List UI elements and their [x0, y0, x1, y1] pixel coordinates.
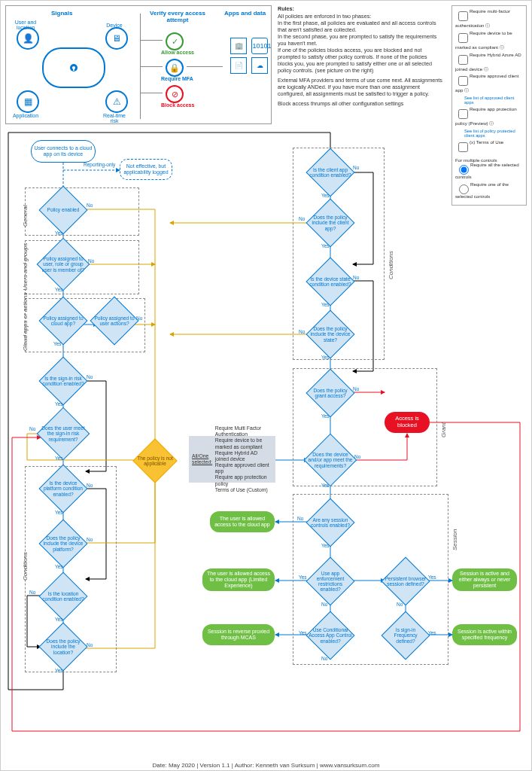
label-cond2: Conditions [388, 251, 394, 279]
node-client-app: Is the client app condition enabled? [313, 155, 348, 190]
edge-no: No [87, 642, 93, 648]
connector [140, 66, 163, 67]
node-not-applicable: The policy is not applicable [139, 445, 171, 477]
label-caa: Cloud apps or actions [22, 293, 29, 351]
edge-no: No [321, 602, 327, 607]
cloud-icon [42, 47, 105, 88]
node-app-enforce: Use app enforcement restrictions enabled… [313, 564, 348, 599]
rules-title: Rules: [278, 5, 443, 12]
node-user-assigned: Policy assigned to user, role or group u… [44, 245, 82, 283]
node-location: Is the location condition enabled? [46, 579, 81, 614]
edge-yes: Yes [55, 564, 63, 569]
svg-rect-2 [73, 68, 74, 71]
header-diagram: Signals Verify every access attempt Apps… [5, 5, 272, 124]
edge-no: No [87, 483, 93, 488]
edge-no: No [87, 203, 93, 208]
edge-yes: Yes [299, 574, 307, 580]
node-requirements-note: All/One selected:Require Multi Factor Au… [189, 436, 275, 483]
edge-no: No [353, 165, 359, 170]
edge-yes: Yes [321, 543, 330, 548]
label-ug: Users and groups [22, 243, 29, 291]
edge-no: No [297, 516, 303, 521]
node-cloud-app: Policy assigned to cloud app? [46, 303, 81, 338]
hdr-verify: Verify every access attempt [147, 10, 208, 23]
realtime-label: Real-time risk [99, 113, 129, 123]
doc-icon: 📄 [230, 57, 247, 74]
edge-no: No [29, 590, 35, 595]
node-allowed: The user is allowed access to the cloud … [210, 511, 275, 532]
edge-yes: Yes [55, 456, 63, 461]
block-label: Block access [161, 102, 194, 108]
chk-hybrid[interactable]: Require Hybrid Azure AD joined device ⓘ [455, 53, 523, 72]
edge-yes: Yes [321, 355, 330, 360]
edge-no: No [87, 374, 93, 379]
edge-no: No [397, 602, 403, 607]
node-user-actions: Policy assigned to user actions? [97, 303, 132, 338]
edge-no: No [353, 386, 359, 392]
rules-p5: External MFA providers and terms of use … [278, 77, 443, 97]
rules-text: Rules: All policies are enforced in two … [278, 5, 443, 107]
connector [140, 93, 163, 93]
user-location-label: User and location [11, 20, 41, 30]
chk-compliant[interactable]: Require device to be marked as compliant… [455, 31, 523, 50]
chk-app-protection[interactable]: Require app protection policy (Preview) … [455, 107, 523, 126]
edge-no: No [136, 315, 142, 321]
chk-approved-app[interactable]: Require approved client app ⓘ [455, 74, 523, 93]
node-grant-access: Does the policy grant access? [313, 376, 348, 410]
node-signin-risk: Is the sign-in risk condition enabled? [46, 364, 81, 398]
device-icon: 🖥 [105, 27, 128, 50]
edge-yes: Yes [321, 483, 330, 488]
hdr-signals: Signals [51, 10, 72, 17]
edge-yes: Yes [299, 630, 307, 635]
rules-p1: All policies are enforced in two phases: [278, 13, 443, 20]
edge-yes: Yes [55, 510, 63, 515]
connector [140, 40, 163, 41]
allow-label: Allow access [161, 50, 194, 55]
node-meet-req: Does the device and/or app meet the requ… [312, 441, 349, 479]
realtime-risk-icon: ⚠ [105, 90, 128, 113]
node-blocked: Access is blocked [385, 412, 430, 433]
mfa-label: Require MFA [161, 76, 193, 81]
chk-mfa[interactable]: Require multi-factor authentication ⓘ [455, 9, 523, 29]
edge-yes: Yes [55, 287, 63, 292]
allow-icon: ✓ [166, 32, 184, 50]
edge-no: No [29, 426, 35, 431]
node-device-state: Is the device state condition enabled? [313, 264, 348, 299]
footer: Date: May 2020 | Version 1.1 | Author: K… [1, 762, 531, 769]
label-sess: Session [451, 529, 458, 550]
node-cond-access-app: Use Conditional Access App Control enabl… [313, 618, 348, 653]
block-icon: ⊘ [166, 85, 184, 103]
building-icon: 🏢 [230, 38, 247, 54]
label-grant: Grant [440, 422, 447, 437]
edge-no: No [321, 656, 327, 661]
edge-yes: Yes [321, 302, 330, 307]
hdr-apps: Apps and data [224, 10, 266, 17]
node-device-state-inc: Does the policy include the device state… [313, 317, 348, 352]
edge-yes: Yes [55, 230, 63, 236]
label-general: General [22, 206, 29, 227]
rules-p4: If one of the policies blocks access, yo… [278, 47, 443, 74]
edge-yes: Yes [321, 243, 330, 248]
node-session-freq: Session is active within specified frequ… [452, 624, 517, 645]
edge-no: No [299, 216, 305, 221]
node-session-controls: Are any session controls enabled? [313, 505, 348, 540]
node-session-persistent: Session is active and either always or n… [452, 568, 517, 591]
edge-yes: Yes [428, 630, 436, 635]
node-persistent-browser: Persistent browser session defined? [388, 564, 423, 599]
flowchart: General Users and groups Cloud apps or a… [1, 129, 532, 769]
mfa-icon: 🔒 [166, 59, 184, 77]
node-start: User connects to a cloud app on its devi… [31, 140, 96, 163]
label-cond: Conditions [22, 552, 29, 581]
node-signin-freq: Is sign-in Frequency defined? [388, 618, 423, 653]
link-approved-apps[interactable]: See list of approved client apps [464, 96, 523, 105]
node-device-platform: Is the device platform condition enabled… [46, 471, 81, 506]
device-label: Device [99, 23, 129, 28]
node-logged: Not effective, but applicability logged [120, 159, 172, 180]
edge-yes: Yes [321, 193, 330, 198]
node-client-app-inc: Does the policy include the client app? [313, 206, 348, 240]
edge-yes: Yes [55, 401, 63, 407]
application-icon: ▦ [17, 90, 39, 113]
edge-yes: Yes [55, 668, 63, 673]
edge-reporting-only: Reporting-only [84, 162, 115, 167]
edge-yes: Yes [321, 413, 330, 419]
